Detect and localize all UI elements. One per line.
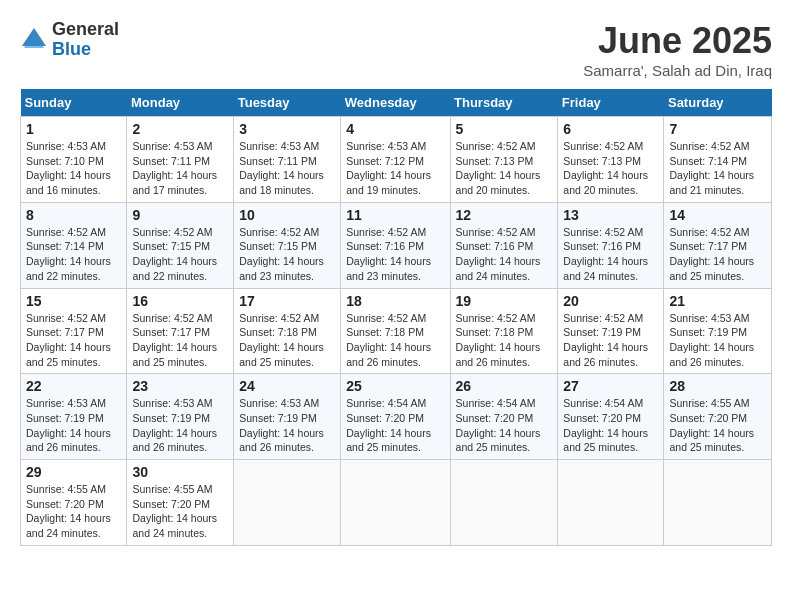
logo-blue: Blue [52, 40, 119, 60]
header-monday: Monday [127, 89, 234, 117]
header-thursday: Thursday [450, 89, 558, 117]
day-info: Sunrise: 4:53 AM Sunset: 7:11 PM Dayligh… [132, 139, 228, 198]
day-info: Sunrise: 4:53 AM Sunset: 7:19 PM Dayligh… [669, 311, 766, 370]
page-header: General Blue June 2025 Samarra', Salah a… [20, 20, 772, 79]
day-info: Sunrise: 4:52 AM Sunset: 7:16 PM Dayligh… [563, 225, 658, 284]
day-number: 25 [346, 378, 444, 394]
day-number: 13 [563, 207, 658, 223]
day-number: 17 [239, 293, 335, 309]
logo-icon [20, 26, 48, 54]
day-cell-15: 15Sunrise: 4:52 AM Sunset: 7:17 PM Dayli… [21, 288, 127, 374]
day-cell-8: 8Sunrise: 4:52 AM Sunset: 7:14 PM Daylig… [21, 202, 127, 288]
day-number: 10 [239, 207, 335, 223]
day-info: Sunrise: 4:52 AM Sunset: 7:15 PM Dayligh… [132, 225, 228, 284]
day-cell-26: 26Sunrise: 4:54 AM Sunset: 7:20 PM Dayli… [450, 374, 558, 460]
header-sunday: Sunday [21, 89, 127, 117]
day-number: 3 [239, 121, 335, 137]
day-number: 11 [346, 207, 444, 223]
day-number: 26 [456, 378, 553, 394]
day-number: 28 [669, 378, 766, 394]
header-tuesday: Tuesday [234, 89, 341, 117]
day-number: 23 [132, 378, 228, 394]
day-number: 29 [26, 464, 121, 480]
location-subtitle: Samarra', Salah ad Din, Iraq [583, 62, 772, 79]
day-info: Sunrise: 4:52 AM Sunset: 7:17 PM Dayligh… [669, 225, 766, 284]
logo: General Blue [20, 20, 119, 60]
day-cell-21: 21Sunrise: 4:53 AM Sunset: 7:19 PM Dayli… [664, 288, 772, 374]
day-info: Sunrise: 4:52 AM Sunset: 7:17 PM Dayligh… [26, 311, 121, 370]
day-number: 8 [26, 207, 121, 223]
day-cell-12: 12Sunrise: 4:52 AM Sunset: 7:16 PM Dayli… [450, 202, 558, 288]
calendar-week-5: 29Sunrise: 4:55 AM Sunset: 7:20 PM Dayli… [21, 460, 772, 546]
day-info: Sunrise: 4:52 AM Sunset: 7:18 PM Dayligh… [346, 311, 444, 370]
month-title: June 2025 [583, 20, 772, 62]
day-number: 22 [26, 378, 121, 394]
calendar-table: SundayMondayTuesdayWednesdayThursdayFrid… [20, 89, 772, 546]
day-info: Sunrise: 4:53 AM Sunset: 7:19 PM Dayligh… [132, 396, 228, 455]
day-info: Sunrise: 4:52 AM Sunset: 7:13 PM Dayligh… [456, 139, 553, 198]
day-info: Sunrise: 4:52 AM Sunset: 7:14 PM Dayligh… [669, 139, 766, 198]
day-cell-28: 28Sunrise: 4:55 AM Sunset: 7:20 PM Dayli… [664, 374, 772, 460]
day-info: Sunrise: 4:55 AM Sunset: 7:20 PM Dayligh… [132, 482, 228, 541]
day-cell-24: 24Sunrise: 4:53 AM Sunset: 7:19 PM Dayli… [234, 374, 341, 460]
empty-cell [450, 460, 558, 546]
day-cell-14: 14Sunrise: 4:52 AM Sunset: 7:17 PM Dayli… [664, 202, 772, 288]
day-info: Sunrise: 4:52 AM Sunset: 7:16 PM Dayligh… [456, 225, 553, 284]
day-info: Sunrise: 4:52 AM Sunset: 7:18 PM Dayligh… [239, 311, 335, 370]
day-info: Sunrise: 4:52 AM Sunset: 7:18 PM Dayligh… [456, 311, 553, 370]
day-cell-7: 7Sunrise: 4:52 AM Sunset: 7:14 PM Daylig… [664, 117, 772, 203]
day-cell-9: 9Sunrise: 4:52 AM Sunset: 7:15 PM Daylig… [127, 202, 234, 288]
calendar-week-3: 15Sunrise: 4:52 AM Sunset: 7:17 PM Dayli… [21, 288, 772, 374]
day-info: Sunrise: 4:53 AM Sunset: 7:10 PM Dayligh… [26, 139, 121, 198]
calendar-week-4: 22Sunrise: 4:53 AM Sunset: 7:19 PM Dayli… [21, 374, 772, 460]
day-cell-17: 17Sunrise: 4:52 AM Sunset: 7:18 PM Dayli… [234, 288, 341, 374]
day-info: Sunrise: 4:55 AM Sunset: 7:20 PM Dayligh… [26, 482, 121, 541]
day-info: Sunrise: 4:54 AM Sunset: 7:20 PM Dayligh… [456, 396, 553, 455]
day-cell-23: 23Sunrise: 4:53 AM Sunset: 7:19 PM Dayli… [127, 374, 234, 460]
day-cell-16: 16Sunrise: 4:52 AM Sunset: 7:17 PM Dayli… [127, 288, 234, 374]
day-info: Sunrise: 4:54 AM Sunset: 7:20 PM Dayligh… [563, 396, 658, 455]
day-number: 5 [456, 121, 553, 137]
day-info: Sunrise: 4:53 AM Sunset: 7:12 PM Dayligh… [346, 139, 444, 198]
title-area: June 2025 Samarra', Salah ad Din, Iraq [583, 20, 772, 79]
header-saturday: Saturday [664, 89, 772, 117]
day-info: Sunrise: 4:55 AM Sunset: 7:20 PM Dayligh… [669, 396, 766, 455]
day-cell-20: 20Sunrise: 4:52 AM Sunset: 7:19 PM Dayli… [558, 288, 664, 374]
day-number: 19 [456, 293, 553, 309]
header-wednesday: Wednesday [341, 89, 450, 117]
day-cell-6: 6Sunrise: 4:52 AM Sunset: 7:13 PM Daylig… [558, 117, 664, 203]
day-number: 7 [669, 121, 766, 137]
day-number: 1 [26, 121, 121, 137]
day-cell-19: 19Sunrise: 4:52 AM Sunset: 7:18 PM Dayli… [450, 288, 558, 374]
day-number: 24 [239, 378, 335, 394]
empty-cell [558, 460, 664, 546]
day-info: Sunrise: 4:54 AM Sunset: 7:20 PM Dayligh… [346, 396, 444, 455]
day-cell-2: 2Sunrise: 4:53 AM Sunset: 7:11 PM Daylig… [127, 117, 234, 203]
logo-general: General [52, 20, 119, 40]
day-cell-13: 13Sunrise: 4:52 AM Sunset: 7:16 PM Dayli… [558, 202, 664, 288]
day-number: 16 [132, 293, 228, 309]
day-info: Sunrise: 4:52 AM Sunset: 7:15 PM Dayligh… [239, 225, 335, 284]
day-number: 27 [563, 378, 658, 394]
day-number: 12 [456, 207, 553, 223]
day-info: Sunrise: 4:52 AM Sunset: 7:17 PM Dayligh… [132, 311, 228, 370]
calendar-week-1: 1Sunrise: 4:53 AM Sunset: 7:10 PM Daylig… [21, 117, 772, 203]
day-info: Sunrise: 4:53 AM Sunset: 7:11 PM Dayligh… [239, 139, 335, 198]
empty-cell [341, 460, 450, 546]
day-info: Sunrise: 4:53 AM Sunset: 7:19 PM Dayligh… [26, 396, 121, 455]
day-info: Sunrise: 4:53 AM Sunset: 7:19 PM Dayligh… [239, 396, 335, 455]
day-cell-18: 18Sunrise: 4:52 AM Sunset: 7:18 PM Dayli… [341, 288, 450, 374]
day-info: Sunrise: 4:52 AM Sunset: 7:16 PM Dayligh… [346, 225, 444, 284]
empty-cell [234, 460, 341, 546]
day-cell-29: 29Sunrise: 4:55 AM Sunset: 7:20 PM Dayli… [21, 460, 127, 546]
day-number: 15 [26, 293, 121, 309]
day-cell-27: 27Sunrise: 4:54 AM Sunset: 7:20 PM Dayli… [558, 374, 664, 460]
calendar-week-2: 8Sunrise: 4:52 AM Sunset: 7:14 PM Daylig… [21, 202, 772, 288]
day-number: 2 [132, 121, 228, 137]
day-number: 4 [346, 121, 444, 137]
day-info: Sunrise: 4:52 AM Sunset: 7:14 PM Dayligh… [26, 225, 121, 284]
day-cell-3: 3Sunrise: 4:53 AM Sunset: 7:11 PM Daylig… [234, 117, 341, 203]
day-number: 6 [563, 121, 658, 137]
day-cell-25: 25Sunrise: 4:54 AM Sunset: 7:20 PM Dayli… [341, 374, 450, 460]
day-number: 21 [669, 293, 766, 309]
